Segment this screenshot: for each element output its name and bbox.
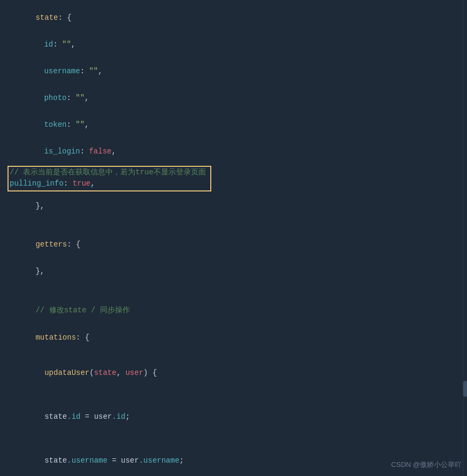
watermark: CSDN @傲娇小公举吖 (391, 460, 462, 470)
code-line: id: "", (0, 31, 467, 58)
code-line: photo: "", (0, 85, 467, 111)
code-line: state: { (0, 4, 467, 31)
code-editor: state: { id: "", username: "", photo: ""… (0, 0, 467, 476)
code-line: mutations: { (0, 324, 467, 351)
code-line: getters: { (0, 231, 467, 258)
code-line: token: "", (0, 111, 467, 138)
code-line: pulling_info: true, (9, 179, 210, 190)
code-line: updataUser(state, user) { (0, 351, 467, 395)
highlight-box-1: // 表示当前是否在获取信息中，若为true不显示登录页面 pulling_in… (7, 166, 211, 191)
scrollbar[interactable] (463, 0, 467, 476)
code-line: state.id = user.id; (0, 395, 467, 439)
code-line (0, 285, 467, 296)
code-line: }, (0, 193, 467, 219)
code-line (0, 219, 467, 231)
code-line: username: "", (0, 58, 467, 85)
code-line: }, (0, 258, 467, 285)
scrollbar-thumb[interactable] (463, 381, 467, 397)
code-line: // 修改state / 同步操作 (0, 296, 467, 324)
code-line: state.username = user.username; (0, 439, 467, 476)
code-line: // 表示当前是否在获取信息中，若为true不显示登录页面 (9, 167, 210, 179)
code-line: is_login: false, (0, 138, 467, 165)
